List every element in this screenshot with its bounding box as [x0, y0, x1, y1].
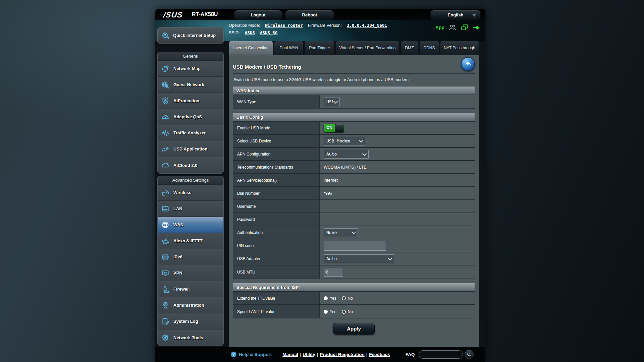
wan-type-row: WAN Type USB: [233, 95, 475, 108]
enable-usb-toggle[interactable]: ON: [324, 124, 344, 132]
ssid-label: SSID:: [229, 31, 240, 35]
sidebar-item-vpn[interactable]: VPN: [158, 265, 223, 281]
reboot-button[interactable]: Reboot: [285, 10, 334, 20]
extend-ttl-yes-radio[interactable]: [324, 296, 328, 300]
sidebar-item-label: AiCloud 2.0: [173, 163, 198, 168]
dial-number-row: Dial Number *99#: [233, 187, 475, 200]
enable-usb-mode-row: Enable USB Mode ON: [233, 122, 475, 135]
apn-config-select-wrap: Auto: [324, 150, 369, 159]
search-icon: [467, 352, 472, 357]
utility-link[interactable]: Utility: [303, 352, 315, 357]
page-description: Switch to USB mode to use a 3G/4G USB wi…: [233, 74, 475, 86]
apn-config-select[interactable]: Auto: [324, 150, 369, 159]
footer-links: Manual|Utility|Product Registration|Feed…: [282, 352, 390, 357]
sidebar-item-ipv6[interactable]: IPV6 IPv6: [158, 249, 223, 265]
sidebar-item-guest-network[interactable]: Guest Network: [158, 77, 223, 93]
row-label: Dial Number: [233, 187, 320, 199]
authentication-select[interactable]: None: [324, 228, 358, 237]
sidebar-item-system-log[interactable]: System Log: [158, 313, 223, 329]
firmware-version-link[interactable]: 3.0.0.4.384_8601: [347, 23, 387, 28]
product-registration-link[interactable]: Product Registration: [320, 352, 365, 357]
sidebar-item-adaptive-qos[interactable]: Adaptive QoS: [158, 109, 223, 125]
tab-port-trigger[interactable]: Port Trigger: [305, 41, 334, 55]
select-usb-device-row: Select USB Device USB Modem: [233, 135, 475, 148]
sidebar-section-title: General: [158, 52, 223, 61]
tab-nat-passthrough[interactable]: NAT Passthrough: [440, 41, 479, 55]
manual-link[interactable]: Manual: [282, 352, 298, 357]
tab-virtual-server-port-forwarding[interactable]: Virtual Server / Port Forwarding: [335, 41, 399, 55]
sidebar-item-traffic-analyzer[interactable]: Traffic Analyzer: [158, 125, 223, 141]
wan-type-select-wrap: USB: [324, 98, 340, 106]
tab-dual-wan[interactable]: Dual WAN: [274, 41, 304, 55]
asus-logo: /SUS: [163, 10, 183, 19]
quick-setup-icon: [160, 31, 170, 40]
usb-adapter-select[interactable]: Auto: [324, 254, 394, 263]
radio-no-label: No: [348, 309, 353, 314]
sidebar-item-label: Adaptive QoS: [173, 114, 202, 119]
extend-ttl-no-radio[interactable]: [342, 296, 346, 300]
spoof-ttl-yes-radio[interactable]: [324, 310, 328, 314]
wan-type-select[interactable]: USB: [324, 98, 340, 106]
help-support-link[interactable]: Help & Support: [239, 352, 272, 357]
sidebar-item-quick-internet-setup[interactable]: Quick Internet Setup: [157, 27, 224, 44]
sidebar-item-usb-application[interactable]: USB Application: [158, 141, 223, 157]
sidebar-item-alexa-ifttt[interactable]: Alexa & IFTTT: [158, 233, 223, 249]
sidebar-item-network-tools[interactable]: Network Tools: [158, 329, 223, 346]
ssid-5g-link[interactable]: ASUS_5G: [260, 30, 278, 35]
extend-ttl-row: Extend the TTL value Yes No: [233, 292, 475, 305]
wireless-icon: [160, 188, 170, 197]
usb-status-icon[interactable]: [473, 23, 481, 32]
special-isp-table: Special Requirement from ISP Extend the …: [233, 283, 475, 318]
sidebar-item-aiprotection[interactable]: AiProtection: [158, 93, 223, 109]
wan-index-table: WAN Index WAN Type USB: [233, 86, 475, 109]
row-label: APN Configuration: [233, 148, 320, 160]
back-arrow-icon: [464, 60, 472, 68]
sidebar-nav: Quick Internet Setup General Network Map…: [157, 27, 224, 346]
spoof-ttl-no-radio[interactable]: [342, 310, 346, 314]
sidebar-item-wireless[interactable]: Wireless: [158, 185, 223, 201]
top-bar: /SUS RT-AX58U Logout Reboot English: [155, 9, 485, 20]
sidebar-item-administration[interactable]: Administration: [158, 297, 223, 313]
sidebar-item-network-map[interactable]: Network Map: [158, 61, 223, 77]
wan-icon: [160, 220, 170, 230]
usb-mtu-input[interactable]: [324, 268, 343, 277]
firewall-icon: [160, 285, 170, 294]
radio-yes-label: Yes: [330, 296, 336, 301]
sidebar-item-label: AiProtection: [173, 98, 199, 103]
tab-ddns[interactable]: DDNS: [419, 41, 439, 55]
network-map-icon: [160, 64, 170, 73]
sidebar-item-lan[interactable]: LAN: [158, 201, 223, 217]
sidebar-item-wan[interactable]: WAN: [158, 217, 223, 233]
sidebar-item-label: Network Tools: [173, 335, 203, 340]
back-button[interactable]: [461, 57, 475, 71]
username-row: Username: [233, 200, 475, 213]
row-label: PIN code: [233, 239, 320, 252]
apply-button[interactable]: Apply: [333, 323, 375, 335]
network-tools-icon: [160, 333, 170, 342]
sidebar-item-label: IPv6: [173, 254, 182, 259]
clients-icon[interactable]: [448, 23, 457, 32]
usb-device-select[interactable]: USB Modem: [324, 137, 365, 145]
authentication-select-wrap: None: [324, 228, 358, 237]
pin-code-input[interactable]: [324, 241, 386, 251]
aiprotection-icon: [160, 96, 170, 106]
logout-button[interactable]: Logout: [234, 10, 282, 20]
sidebar-item-firewall[interactable]: Firewall: [158, 281, 223, 297]
faq-search-input[interactable]: [419, 350, 463, 359]
devices-icon[interactable]: [461, 23, 469, 32]
usb-device-select-wrap: USB Modem: [324, 137, 365, 145]
feedback-link[interactable]: Feedback: [369, 352, 390, 357]
chevron-down-icon: [472, 14, 476, 17]
app-link[interactable]: App: [435, 25, 444, 30]
row-label: APN Service(optional): [233, 174, 320, 186]
sidebar-item-label: LAN: [173, 206, 182, 211]
row-label: Select USB Device: [233, 135, 320, 147]
sidebar-section-title: Advanced Settings: [158, 176, 223, 185]
language-select[interactable]: English: [430, 10, 481, 20]
tab-dmz[interactable]: DMZ: [400, 41, 418, 55]
sidebar-item-aicloud[interactable]: AiCloud 2.0: [158, 157, 223, 173]
ssid-24g-link[interactable]: ASUS: [245, 30, 255, 35]
tab-internet-connection[interactable]: Internet Connection: [229, 41, 273, 55]
operation-mode-link[interactable]: Wireless router: [265, 23, 303, 28]
faq-search-button[interactable]: [465, 350, 474, 359]
